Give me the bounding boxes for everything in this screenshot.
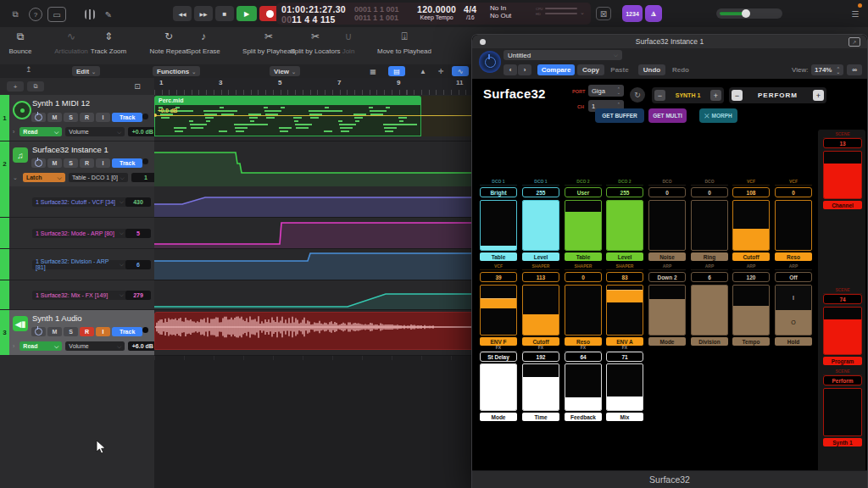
fader-value[interactable]: 39	[480, 272, 517, 282]
prev-preset-button[interactable]: ‹	[504, 64, 517, 75]
automation-value[interactable]: +0.0 dB	[128, 127, 157, 136]
stop-button[interactable]: ■	[215, 6, 234, 21]
volume-knob[interactable]	[742, 9, 750, 18]
fader-value[interactable]: 192	[522, 352, 559, 362]
fader-value[interactable]: 113	[522, 272, 559, 282]
port-select[interactable]: Giga⌃⌄	[588, 85, 624, 97]
grid-view-button[interactable]: ▦	[364, 66, 381, 76]
track-power-button[interactable]	[31, 113, 46, 122]
preset-select[interactable]: Untitled⌵	[504, 50, 622, 60]
track-row-synth1-audio[interactable]: 3 ◀▮ Synth 1 Audio M S R I Track › Read⌵…	[0, 310, 154, 356]
audio-region[interactable]	[154, 312, 475, 350]
region-name[interactable]: Perc.mid	[154, 96, 421, 105]
play-button[interactable]: ▶	[236, 6, 257, 21]
forward-button[interactable]: ▶▶	[194, 6, 213, 21]
fader-level[interactable]	[522, 200, 559, 251]
help-icon[interactable]: ?	[29, 8, 42, 21]
library-icon[interactable]: ⧉	[7, 8, 24, 21]
fader-ring[interactable]	[691, 200, 728, 251]
track-row-surface32[interactable]: 2 ♫ Surface32 Instance 1 M S R I Track ⌄…	[0, 141, 154, 187]
duplicate-track-button[interactable]: ⧉	[27, 81, 44, 92]
lane-param-select[interactable]: 1 Surface32: Cutoff - VCF [34]⌵	[32, 197, 127, 207]
fader-synth-1[interactable]	[823, 388, 862, 436]
track-panel-icon[interactable]: ⊡	[129, 81, 146, 92]
fader-value[interactable]: 0	[691, 187, 728, 197]
fader-tempo[interactable]	[732, 285, 770, 336]
input-monitor-button[interactable]: I	[96, 158, 110, 168]
fader-value[interactable]: Down 2	[648, 272, 686, 282]
fader-table[interactable]	[565, 200, 602, 251]
disclosure-chevron-icon[interactable]: ›	[13, 343, 14, 349]
automation-button[interactable]: ∿	[452, 66, 469, 76]
copy-button[interactable]: Copy	[577, 64, 604, 75]
region-gain-line[interactable]	[154, 115, 472, 116]
fader-value[interactable]: 120	[732, 272, 770, 282]
get-buffer-button[interactable]: GET BUFFER	[595, 108, 644, 123]
automation-param-select[interactable]: Volume⌵	[65, 341, 125, 351]
fader-value[interactable]: 0	[565, 272, 602, 282]
fader-value[interactable]: User	[565, 187, 602, 197]
lane-value[interactable]: 430	[125, 197, 151, 207]
paste-button[interactable]: Paste	[606, 64, 633, 75]
solo-button[interactable]: S	[64, 158, 78, 168]
fader-value[interactable]: St Delay	[480, 352, 517, 362]
list-view-button[interactable]: ▤	[388, 66, 405, 76]
input-monitor-button[interactable]: I	[96, 113, 110, 122]
track-alternatives-button[interactable]: Track	[112, 158, 142, 168]
track-row-synth1-midi[interactable]: 1 Synth 1 MIDI 12 M S R I Track › Read⌵ …	[0, 95, 154, 141]
fader-channel[interactable]	[823, 151, 862, 199]
mute-button[interactable]: M	[47, 158, 62, 168]
menu-functions[interactable]: Functions⌄	[153, 66, 200, 76]
fader-value[interactable]: 255	[606, 187, 643, 197]
fader-value[interactable]: Perform	[823, 375, 862, 385]
midi-region-perc[interactable]: Perc.mid	[154, 96, 421, 136]
lcd-display[interactable]: 01:00:21:27.30 0011 4 4 115 0001 1 1 001…	[276, 3, 591, 25]
track-alternatives-button[interactable]: Track	[112, 113, 142, 122]
mute-button[interactable]: M	[47, 327, 62, 336]
automation-mode-select[interactable]: Read⌵	[19, 127, 62, 136]
plugin-power-button[interactable]	[479, 51, 501, 73]
toggle-on-zone[interactable]: I	[776, 286, 811, 310]
expand-window-icon[interactable]: ↗	[849, 37, 860, 47]
track-name[interactable]: Synth 1 Audio	[32, 313, 82, 323]
compare-button[interactable]: Compare	[537, 64, 575, 75]
track-name[interactable]: Synth 1 MIDI 12	[32, 98, 90, 108]
fader-reso[interactable]	[775, 200, 812, 251]
fader-mode[interactable]	[480, 363, 517, 411]
track-alternatives-button[interactable]: Track	[112, 327, 142, 336]
solo-button[interactable]: S	[64, 113, 78, 122]
fader-time[interactable]	[522, 363, 559, 411]
fader-reso[interactable]	[565, 285, 602, 336]
input-monitor-button[interactable]: I	[96, 327, 110, 336]
master-volume-slider[interactable]	[716, 8, 782, 19]
toolbar-move-to-playhead[interactable]: ⍗Move to Playhead	[366, 30, 442, 55]
fader-cutoff[interactable]	[522, 285, 559, 336]
lane-param-select[interactable]: 1 Surface32: Mode - ARP [80]⌵	[32, 229, 127, 238]
perform-minus-button[interactable]: −	[732, 90, 743, 101]
fader-env-f[interactable]	[480, 285, 517, 336]
fader-program[interactable]	[823, 307, 862, 355]
fader-value[interactable]: 6	[691, 272, 728, 282]
fader-mode[interactable]	[648, 285, 686, 336]
fader-value[interactable]: 74	[823, 294, 862, 304]
record-enable-button[interactable]: R	[80, 158, 94, 168]
fader-value[interactable]: 108	[732, 187, 770, 197]
fader-value[interactable]: 13	[823, 138, 862, 148]
fader-noise[interactable]	[648, 200, 686, 251]
toggle-off-zone[interactable]: O	[776, 310, 811, 335]
master-mute-icon[interactable]: ⊠	[596, 7, 611, 20]
pencil-tool-button[interactable]: ✛	[432, 66, 449, 76]
automation-param-select[interactable]: Volume⌵	[65, 127, 125, 136]
plugin-title-bar[interactable]: Surface32 Instance 1 ↗	[472, 35, 867, 49]
fader-division[interactable]	[691, 285, 728, 336]
lane-value[interactable]: 6	[125, 260, 151, 269]
mute-button[interactable]: M	[47, 113, 62, 122]
fader-value[interactable]: 64	[565, 352, 602, 362]
catch-playhead-icon[interactable]: ↥	[25, 65, 32, 74]
rewind-button[interactable]: ◀◀	[173, 6, 192, 21]
disclosure-chevron-icon[interactable]: ⌄	[13, 175, 18, 181]
automation-value[interactable]: +6.0 dB	[128, 341, 157, 351]
solo-button[interactable]: S	[64, 327, 78, 336]
fader-value[interactable]: 0	[648, 187, 686, 197]
mixer-icon[interactable]	[85, 9, 95, 19]
